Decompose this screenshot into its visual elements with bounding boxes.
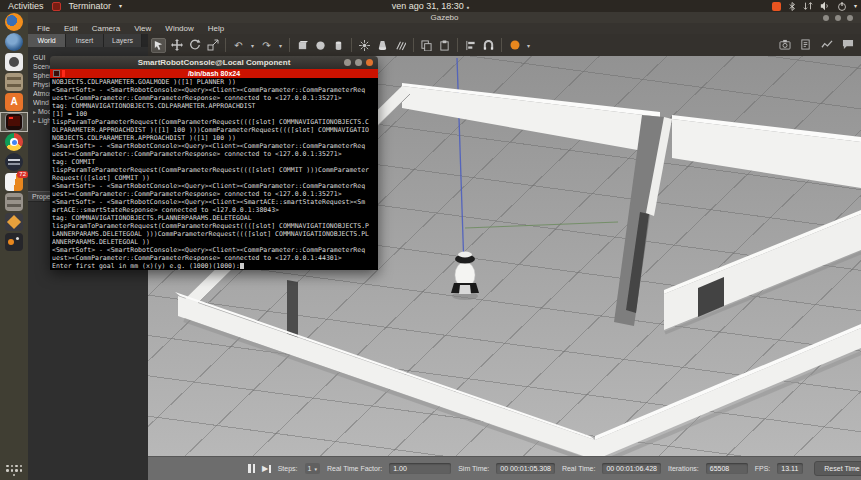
log-record-icon[interactable] [798, 37, 813, 52]
dock-item-file-cabinet[interactable] [0, 72, 28, 92]
maximize-button[interactable] [835, 15, 841, 21]
align-icon[interactable] [463, 38, 478, 53]
undo-icon[interactable]: ↶ [231, 38, 246, 53]
window-title: Gazebo [430, 13, 458, 22]
wall-front-right [595, 328, 861, 456]
dock-item-chrome[interactable] [0, 132, 28, 152]
terminal-title: SmartRobotConsole@Local Component [138, 58, 291, 67]
chevron-down-icon: ▾ [314, 466, 317, 472]
dock-item-gazebo[interactable] [0, 232, 28, 252]
terminal-tab-icon [53, 70, 60, 77]
steps-dropdown[interactable]: 1 ▾ [305, 463, 320, 474]
dock-item-files[interactable] [0, 32, 28, 52]
terminal-titlebar[interactable]: SmartRobotConsole@Local Component [50, 56, 378, 69]
close-button[interactable] [847, 15, 853, 21]
desktop: Activities Terminator ▾ ven ago 31, 18:3… [0, 0, 861, 480]
dock-item-archive[interactable] [0, 192, 28, 212]
bluetooth-icon[interactable] [788, 1, 796, 12]
terminal-output[interactable]: NOBJECTS.CDLPARAMETER.GOALMODE )([1] PLA… [50, 78, 378, 270]
terminal-line: lispParamToParameterRequest(CommParamete… [52, 222, 376, 230]
copy-icon[interactable] [419, 38, 434, 53]
menu-view[interactable]: View [128, 23, 157, 34]
paste-icon[interactable] [437, 38, 452, 53]
dock-item-dark-app[interactable] [0, 152, 28, 172]
terminal-line: tag: COMMNAVIGATIONOBJECTS.PLANNERPARAMS… [52, 214, 376, 222]
expand-caret-icon[interactable]: ▸ [33, 109, 36, 115]
cylinder-shape-icon[interactable] [331, 38, 346, 53]
reset-time-button[interactable]: Reset Time [814, 461, 861, 476]
point-light-icon[interactable] [357, 38, 372, 53]
terminal-line: tag: COMMIT [52, 158, 376, 166]
real-time-label: Real Time: [562, 465, 595, 472]
select-tool-icon[interactable] [151, 38, 166, 53]
sphere-shape-icon[interactable] [313, 38, 328, 53]
step-button[interactable]: ▶ [262, 464, 271, 473]
maximize-button[interactable] [355, 59, 362, 66]
recording-indicator-icon[interactable] [772, 2, 781, 11]
menu-file[interactable]: File [31, 23, 56, 34]
wall-front [178, 296, 595, 456]
tab-world[interactable]: World [28, 34, 66, 47]
terminal-line: artACE::smartStateResponse> connected to… [52, 206, 376, 214]
dock-item-ubuntu-software[interactable]: A [0, 92, 28, 112]
iterations-value: 65508 [706, 463, 748, 474]
volume-icon[interactable] [820, 1, 830, 11]
undo-history-icon[interactable]: ▾ [249, 38, 256, 53]
terminal-line: uest><CommParameter::CommParameterRespon… [52, 150, 376, 158]
plot-icon[interactable] [819, 37, 834, 52]
gazebo-toolbar: ↶ ▾ ↷ ▾ [148, 34, 861, 56]
menu-edit[interactable]: Edit [58, 23, 84, 34]
translate-tool-icon[interactable] [169, 38, 184, 53]
terminal-line: <SmartSoft> - <SmartRobotConsole><Query>… [52, 86, 376, 94]
rotate-tool-icon[interactable] [187, 38, 202, 53]
close-button[interactable] [366, 59, 373, 66]
simulation-statusbar: ▶ Steps: 1 ▾ Real Time Factor: 1.00 Sim … [148, 456, 861, 480]
terminal-line: lispParamToParameterRequest(CommParamete… [52, 166, 376, 174]
terminal-line: uest><CommParameter::CommParameterRespon… [52, 190, 376, 198]
dock-item-firefox[interactable] [0, 12, 28, 32]
terminal-line: LANNERPARAMS.DELETEGOAL )))CommParameter… [52, 230, 376, 238]
terminal-tab-title: /bin/bash 80x24 [188, 70, 240, 77]
tab-insert[interactable]: Insert [66, 34, 104, 47]
dock-item-media-player[interactable] [0, 52, 28, 72]
power-icon[interactable] [837, 1, 847, 12]
iterations-label: Iterations: [668, 465, 699, 472]
wall-inner-right [664, 214, 861, 330]
box-shape-icon[interactable] [295, 38, 310, 53]
terminal-tab-bar[interactable]: /bin/bash 80x24 [50, 69, 378, 78]
dock-item-terminator[interactable] [0, 112, 28, 132]
dock-item-blender[interactable] [0, 212, 28, 232]
show-applications-button[interactable] [0, 465, 28, 477]
snap-icon[interactable] [481, 38, 496, 53]
tab-layers[interactable]: Layers [104, 34, 142, 47]
launcher-dock: A 72 [0, 12, 28, 480]
terminal-tab-marker [62, 70, 65, 77]
redo-history-icon[interactable]: ▾ [277, 38, 284, 53]
spot-light-icon[interactable] [375, 38, 390, 53]
scale-tool-icon[interactable] [205, 38, 220, 53]
record-icon[interactable] [507, 38, 522, 53]
rtf-label: Real Time Factor: [327, 465, 382, 472]
chevron-down-icon[interactable]: ▾ [854, 0, 857, 12]
menu-help[interactable]: Help [202, 23, 230, 34]
pause-button[interactable] [248, 464, 255, 473]
screenshot-icon[interactable] [777, 37, 792, 52]
minimize-button[interactable] [823, 15, 829, 21]
redo-icon[interactable]: ↷ [259, 38, 274, 53]
gazebo-menubar: File Edit Camera View Window Help [28, 23, 861, 34]
menu-camera[interactable]: Camera [86, 23, 126, 34]
dock-item-libreoffice[interactable]: 72 [0, 172, 28, 192]
comments-icon[interactable] [840, 37, 855, 52]
gazebo-titlebar[interactable]: Gazebo [28, 12, 861, 23]
terminal-line: <SmartSoft> - <SmartRobotConsole><Query>… [52, 246, 376, 254]
terminal-line: <SmartSoft> - <SmartRobotConsole><Query>… [52, 142, 376, 150]
clock[interactable]: ven ago 31, 18:30 [392, 1, 464, 11]
expand-caret-icon[interactable]: ▸ [33, 118, 36, 124]
minimize-button[interactable] [344, 59, 351, 66]
menu-window[interactable]: Window [159, 23, 199, 34]
network-icon[interactable] [803, 1, 813, 11]
directional-light-icon[interactable] [393, 38, 408, 53]
terminal-line: tag: COMMNAVIGATIONOBJECTS.CDLPARAMETER.… [52, 102, 376, 110]
record-caret-icon[interactable]: ▾ [525, 38, 532, 53]
robot-model [451, 252, 479, 301]
